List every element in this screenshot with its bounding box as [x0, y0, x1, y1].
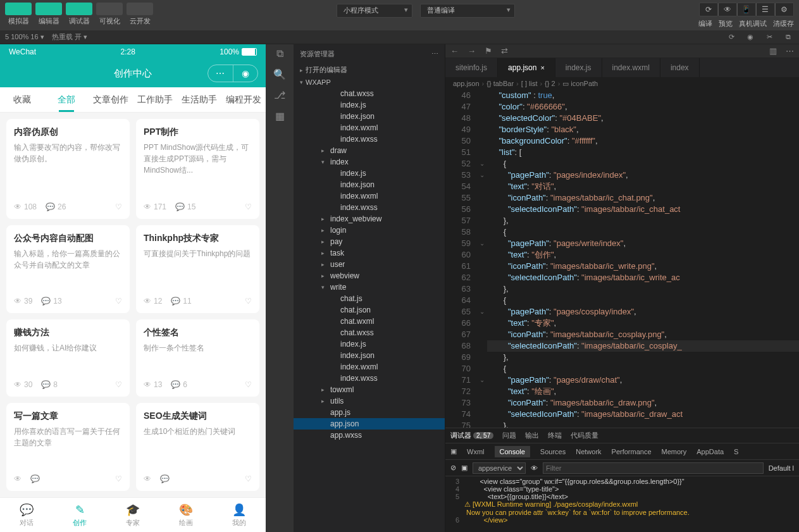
file-item[interactable]: index.wxss — [294, 202, 445, 213]
open-editors-section[interactable]: 打开的编辑器 — [294, 63, 445, 77]
category-tab[interactable]: 文章创作 — [89, 87, 133, 112]
file-item[interactable]: app.wxss — [294, 430, 445, 441]
filter-input[interactable] — [543, 462, 764, 474]
editor-tab[interactable]: index.wxml — [602, 58, 660, 77]
folder-item[interactable]: ▸draw — [294, 145, 445, 156]
record-icon[interactable]: ◉ — [745, 32, 756, 43]
top-tab-btn[interactable] — [5, 3, 32, 15]
file-item[interactable]: index.json — [294, 350, 445, 361]
folder-item[interactable]: ▸task — [294, 247, 445, 259]
breadcrumb-item[interactable]: [ ] list — [521, 80, 538, 87]
branch-icon[interactable]: ⎇ — [274, 89, 285, 101]
stop-icon[interactable]: ▣ — [461, 464, 468, 472]
editor-tab[interactable]: app.json× — [498, 58, 555, 77]
inspect-icon[interactable]: ▣ — [450, 447, 457, 455]
editor-tab[interactable]: index.js — [555, 58, 602, 77]
tabbar-item[interactable]: 💬对话 — [0, 498, 53, 532]
top-tab-btn[interactable] — [66, 3, 92, 15]
file-item[interactable]: index.js — [294, 338, 445, 350]
category-tab[interactable]: 编程开发 — [221, 87, 266, 112]
category-tab[interactable]: 工作助手 — [133, 87, 177, 112]
popout-icon[interactable]: ⧉ — [783, 32, 794, 43]
zoom-info[interactable]: 5 100% 16 ▾ — [5, 33, 44, 41]
devtools-tab[interactable]: Network — [576, 448, 601, 455]
feature-card[interactable]: Thinkphp技术专家 可直接提问关于Thinkphp的问题 👁12 💬11 … — [136, 225, 259, 314]
folder-item[interactable]: ▸user — [294, 259, 445, 270]
debug-tab[interactable]: 问题 — [502, 431, 516, 440]
eye-icon[interactable]: 👁 — [531, 464, 538, 472]
debug-tab[interactable]: 终端 — [548, 431, 562, 440]
file-item[interactable]: index.wxss — [294, 373, 445, 384]
devtools-tab[interactable]: Sources — [540, 448, 566, 455]
toolbar-icon[interactable]: 👁 — [718, 3, 737, 16]
ext-icon[interactable]: ▦ — [275, 110, 285, 122]
capsule-button[interactable]: ⋯◉ — [207, 65, 258, 82]
file-item[interactable]: index.js — [294, 168, 445, 179]
files-icon[interactable]: ⧉ — [276, 48, 283, 59]
tabbar-item[interactable]: 👤我的 — [213, 498, 266, 532]
breadcrumb-item[interactable]: {} tabBar — [486, 80, 514, 87]
capsule-menu-icon[interactable]: ⋯ — [208, 65, 233, 82]
code-editor[interactable]: 4647484950515253545556575859606162636465… — [445, 90, 799, 428]
file-item[interactable]: chat.js — [294, 293, 445, 304]
file-item[interactable]: index.wxml — [294, 190, 445, 202]
diff-icon[interactable]: ⇄ — [501, 46, 508, 56]
file-item[interactable]: chat.wxml — [294, 316, 445, 327]
file-item[interactable]: index.js — [294, 99, 445, 111]
feature-card[interactable]: 个性签名 制作一条个性签名 👁13 💬6 ♡ — [136, 319, 259, 397]
breadcrumb-item[interactable]: ▭ iconPath — [562, 80, 598, 88]
breadcrumb-item[interactable]: {} 2 — [545, 80, 555, 87]
feature-card[interactable]: SEO生成关键词 生成10个相近的热门关键词 👁 💬 ♡ — [136, 403, 259, 492]
split-icon[interactable]: ▥ — [769, 46, 777, 56]
close-icon[interactable]: × — [540, 64, 544, 71]
capsule-close-icon[interactable]: ◉ — [233, 65, 258, 82]
project-section[interactable]: WXAPP — [294, 77, 445, 88]
feature-card[interactable]: 写一篇文章 用你喜欢的语言写一篇关于任何主题的文章 👁 💬 ♡ — [6, 403, 130, 492]
file-item[interactable]: chat.wxss — [294, 327, 445, 338]
file-item[interactable]: index.wxml — [294, 122, 445, 133]
devtools-tab[interactable]: S — [734, 448, 738, 455]
refresh-icon[interactable]: ⟳ — [726, 32, 737, 43]
breadcrumb-item[interactable]: app.json — [453, 80, 480, 87]
file-item[interactable]: app.js — [294, 407, 445, 418]
toolbar-icon[interactable]: 📱 — [737, 3, 756, 16]
tabbar-item[interactable]: 🎨绘画 — [159, 498, 213, 532]
tabbar-item[interactable]: 🎓专家 — [106, 498, 159, 532]
compile-dropdown[interactable]: 普通编译 — [420, 4, 515, 18]
hotreload-toggle[interactable]: 热重载 开 ▾ — [52, 32, 87, 42]
editor-tab[interactable]: index — [660, 58, 700, 77]
devtools-tab[interactable]: Memory — [662, 448, 687, 455]
tabbar-item[interactable]: ✎创作 — [53, 498, 106, 532]
file-item[interactable]: index.wxml — [294, 361, 445, 373]
breadcrumb[interactable]: app.json›{} tabBar›[ ] list›{} 2›▭ iconP… — [445, 77, 799, 90]
toolbar-icon[interactable]: ⟳ — [699, 3, 718, 16]
forward-icon[interactable]: → — [468, 46, 476, 56]
feature-card[interactable]: PPT制作 PPT MindShow源代码生成，可直接生成PPT源码，需与Min… — [136, 119, 259, 219]
folder-item[interactable]: ▸webview — [294, 270, 445, 281]
top-tab-btn[interactable] — [35, 3, 62, 15]
folder-item[interactable]: ▸utils — [294, 395, 445, 407]
devtools-tab[interactable]: AppData — [697, 448, 724, 455]
heart-icon[interactable]: ♡ — [115, 380, 122, 389]
feature-card[interactable]: 公众号内容自动配图 输入标题，给你一篇高质量的公众号并自动配文的文章 👁39 💬… — [6, 225, 130, 314]
back-icon[interactable]: ← — [450, 46, 459, 56]
folder-item[interactable]: ▸index_webview — [294, 213, 445, 225]
debug-tab[interactable]: 调试器2, 57 — [450, 431, 493, 440]
file-item[interactable]: index.json — [294, 179, 445, 190]
search-icon[interactable]: 🔍 — [273, 68, 286, 80]
folder-item[interactable]: ▸login — [294, 225, 445, 236]
file-item[interactable]: chat.wxss — [294, 88, 445, 99]
toolbar-icon[interactable]: ⚙ — [775, 3, 794, 16]
category-tab[interactable]: 生活助手 — [177, 87, 221, 112]
folder-item[interactable]: ▸pay — [294, 236, 445, 247]
top-tab-btn[interactable] — [96, 3, 123, 15]
debug-tab[interactable]: 输出 — [525, 431, 539, 440]
feature-card[interactable]: 赚钱方法 如何赚钱，让AI给你建议 👁30 💬8 ♡ — [6, 319, 130, 397]
levels-label[interactable]: Default l — [769, 464, 794, 472]
more-icon[interactable]: ⋯ — [786, 46, 794, 56]
file-item[interactable]: index.wxss — [294, 133, 445, 145]
clear-icon[interactable]: ⊘ — [450, 464, 456, 472]
heart-icon[interactable]: ♡ — [245, 380, 252, 389]
file-item[interactable]: chat.json — [294, 304, 445, 316]
debug-tab[interactable]: 代码质量 — [571, 431, 598, 440]
